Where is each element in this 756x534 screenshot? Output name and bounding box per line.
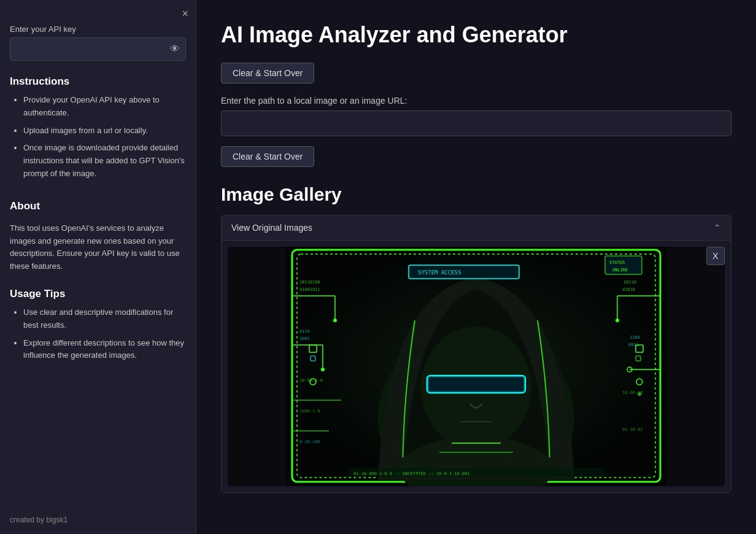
clear-start-over-button-bottom[interactable]: Clear & Start Over — [221, 146, 314, 167]
svg-text:01010: 01010 — [622, 287, 635, 292]
svg-text:0110: 0110 — [299, 329, 310, 334]
usage-tips-title: Usage Tips — [10, 288, 186, 300]
svg-text:10110100: 10110100 — [299, 280, 320, 285]
about-text: This tool uses OpenAI's services to anal… — [10, 222, 186, 273]
close-icon: × — [182, 7, 188, 20]
gallery-header[interactable]: View Original Images ⌃ — [222, 215, 731, 241]
svg-text:ONLINE: ONLINE — [612, 268, 628, 273]
eye-icon[interactable]: 👁 — [170, 44, 180, 55]
hacker-image-wrapper: 10110100 01001011 0110 1001 10-00-1-0 10… — [228, 247, 725, 486]
image-url-input[interactable] — [221, 110, 731, 136]
instructions-list: Provide your OpenAI API key above to aut… — [10, 94, 186, 185]
svg-text:STATUS: STATUS — [609, 260, 625, 265]
created-by: created by bigsk1 — [10, 503, 186, 524]
page-title: AI Image Analyzer and Generator — [221, 22, 731, 48]
svg-text:1000-1-0: 1000-1-0 — [299, 409, 320, 414]
image-path-label: Enter the path to a local image or an im… — [221, 96, 731, 106]
svg-text:1001: 1001 — [299, 336, 310, 341]
svg-text:10110: 10110 — [623, 280, 636, 285]
sidebar: × Enter your API key 👁 Instructions Prov… — [0, 0, 196, 534]
instruction-item-1: Provide your OpenAI API key above to aut… — [23, 94, 186, 120]
api-key-wrapper: 👁 — [10, 37, 186, 61]
svg-text:0-10-100: 0-10-100 — [299, 439, 320, 444]
image-gallery-title: Image Gallery — [221, 184, 731, 205]
api-key-input[interactable] — [10, 37, 186, 61]
svg-text:SYSTEM ACCESS: SYSTEM ACCESS — [418, 269, 461, 276]
svg-point-8 — [321, 368, 325, 371]
close-button[interactable]: × — [182, 7, 188, 20]
svg-point-5 — [333, 319, 337, 322]
about-title: About — [10, 200, 186, 212]
instruction-item-3: Once image is downloaded provide detaile… — [23, 142, 186, 180]
usage-tip-item-1: Use clear and descriptive modifications … — [23, 306, 186, 332]
instructions-title: Instructions — [10, 75, 186, 88]
instruction-item-2: Upload images from a url or locally. — [23, 125, 186, 137]
svg-point-13 — [615, 319, 619, 322]
svg-text:01001011: 01001011 — [299, 287, 320, 292]
close-image-button[interactable]: X — [706, 247, 725, 265]
main-content: AI Image Analyzer and Generator Clear & … — [196, 0, 756, 534]
svg-point-45 — [638, 392, 641, 396]
clear-start-over-button-top[interactable]: Clear & Start Over — [221, 63, 314, 83]
gallery-header-label: View Original Images — [231, 223, 312, 233]
api-key-label: Enter your API key — [10, 25, 186, 34]
gallery-body: X — [222, 241, 731, 492]
svg-text:1100: 1100 — [630, 335, 640, 340]
usage-tips-list: Use clear and descriptive modifications … — [10, 306, 186, 367]
svg-text:01-10-01: 01-10-01 — [622, 427, 643, 432]
svg-rect-31 — [427, 376, 525, 393]
hacker-image-svg: 10110100 01001011 0110 1001 10-00-1-0 10… — [286, 247, 666, 486]
gallery-panel: View Original Images ⌃ X — [221, 215, 731, 493]
usage-tip-item-2: Explore different descriptions to see ho… — [23, 337, 186, 363]
svg-text:01-10-000-1-0-0 :: ENCRYPTED :: 01-10-000-1-0-0 :: ENCRYPTED :: 10-0-1-1… — [353, 471, 470, 476]
chevron-up-icon: ⌃ — [714, 223, 721, 233]
